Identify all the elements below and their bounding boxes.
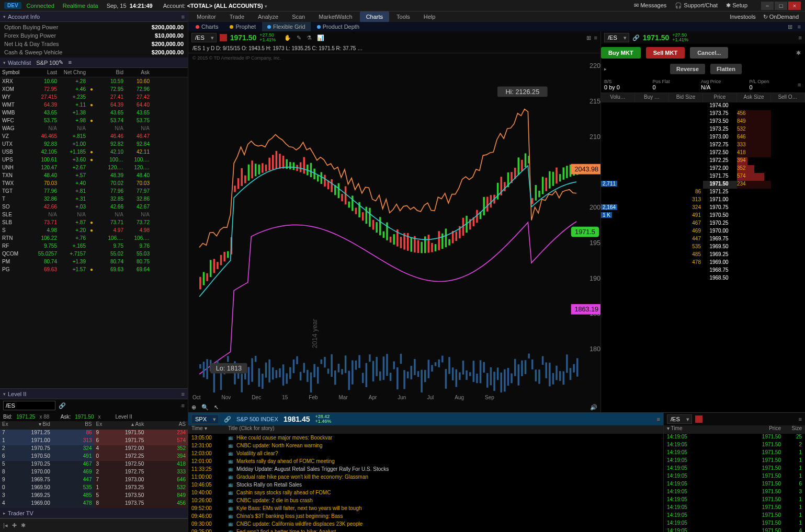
- watchlist-row[interactable]: UPS 100.61 +3.60 ● 100… 100.…: [0, 156, 188, 164]
- l2-bid-row[interactable]: 51970.25467: [0, 461, 94, 469]
- ladder-body[interactable]: 1974.00 1973.75 456 1973.50 849 1973.25 …: [601, 102, 805, 412]
- news-row[interactable]: 11:00:00 📺 Gradual rate hike pace won't …: [188, 473, 663, 481]
- settings-icon[interactable]: ✱: [21, 522, 26, 529]
- ladder-row[interactable]: 535 1969.50: [601, 244, 805, 251]
- ladder-row[interactable]: 86 1971.25: [601, 189, 805, 196]
- ladder-row[interactable]: 2,711 1971.50 234: [601, 181, 805, 189]
- l2-bid-row[interactable]: 31969.25485: [0, 492, 94, 500]
- level2-symbol-input[interactable]: [3, 401, 55, 410]
- watchlist-row[interactable]: RTN 106.22 +.76 106.… 106.…: [0, 234, 188, 242]
- ladder-row[interactable]: 313 1971.00: [601, 196, 805, 204]
- l2-ask-row[interactable]: 91971.50234: [94, 430, 188, 437]
- watchlist-row[interactable]: UNH 120.47 +2.67 120.… 120.…: [0, 164, 188, 171]
- l2-ask-row[interactable]: 71973.00646: [94, 477, 188, 484]
- watchlist-row[interactable]: WMT 64.39 +.11 ● 64.39 64.40: [0, 101, 188, 109]
- target-icon[interactable]: ⊕: [191, 404, 196, 411]
- ladder-row[interactable]: 1974.00: [601, 102, 805, 110]
- trade-symbol-select[interactable]: /ES: [604, 33, 629, 42]
- ladder-row[interactable]: 447 1969.75: [601, 236, 805, 244]
- record-icon[interactable]: [695, 415, 702, 423]
- l2-ask-row[interactable]: 01972.25394: [94, 453, 188, 461]
- ladder-row[interactable]: 1973.50 849: [601, 118, 805, 126]
- ladder-row[interactable]: 1968.50: [601, 275, 805, 283]
- tab-marketwatch[interactable]: MarketWatch: [312, 11, 358, 22]
- watchlist-row[interactable]: PM 80.74 +1.39 80.74 80.75: [0, 258, 188, 265]
- news-row[interactable]: 09:52:00 📺 Kyle Bass: EMs will falter, n…: [188, 504, 663, 512]
- flatten-button[interactable]: Flatten: [710, 64, 742, 74]
- ladder-row[interactable]: 478 1969.00: [601, 259, 805, 267]
- menu-icon[interactable]: ≡: [799, 416, 802, 422]
- ladder-row[interactable]: 1973.75 456: [601, 110, 805, 118]
- watchlist-row[interactable]: TWX 70.03 +.40 70.02 70.03: [0, 179, 188, 187]
- l2-bid-row[interactable]: 01969.50535: [0, 484, 94, 492]
- l2-bid-row[interactable]: 81970.00469: [0, 469, 94, 477]
- news-row[interactable]: 10:26:00 📺 CNBC update: 2 die in bus cra…: [188, 496, 663, 504]
- ladder-row[interactable]: 469 1970.00: [601, 228, 805, 236]
- level2-header[interactable]: ▾Level II ≡: [0, 389, 188, 399]
- ladder-row[interactable]: 1972.25 394: [601, 157, 805, 165]
- l2-ask-row[interactable]: 51973.50849: [94, 492, 188, 500]
- chart-symbol-select[interactable]: /ES: [191, 33, 217, 42]
- link-icon[interactable]: 🔗: [632, 34, 640, 41]
- subtab-prophet[interactable]: Prophet: [224, 22, 261, 31]
- audio-icon[interactable]: 🔊: [590, 404, 597, 411]
- flask-icon[interactable]: ⚗: [307, 34, 312, 41]
- ladder-row[interactable]: 1972.00 352: [601, 165, 805, 173]
- watchlist-row[interactable]: T 32.86 +.31 32.85 32.86: [0, 195, 188, 203]
- watchlist-row[interactable]: TXN 48.40 +.57 48.39 48.40: [0, 171, 188, 179]
- menu-icon[interactable]: ≡: [594, 34, 597, 41]
- ladder-row[interactable]: 485 1969.25: [601, 251, 805, 259]
- l2-ask-row[interactable]: 61971.75574: [94, 437, 188, 445]
- gear-icon[interactable]: ✎ ≡: [59, 59, 72, 66]
- support-link[interactable]: 🎧 Support/Chat: [675, 2, 718, 9]
- watchlist-row[interactable]: RF 9.755 +.165 9.75 9.76: [0, 242, 188, 250]
- l2-bid-row[interactable]: 61970.50491: [0, 453, 94, 461]
- watchlist-row[interactable]: QCOM 55.0257 +.7157 55.02 55.03: [0, 250, 188, 258]
- watchlist-row[interactable]: UTX 92.83 +1.00 92.82 92.84: [0, 140, 188, 148]
- ondemand-link[interactable]: ↻ OnDemand: [763, 14, 799, 20]
- reverse-button[interactable]: Reverse: [670, 64, 705, 74]
- settings-icon[interactable]: ✱: [796, 50, 801, 56]
- subtab-flexible-grid[interactable]: Flexible Grid: [262, 22, 311, 31]
- watchlist-header[interactable]: ▾ Watchlist S&P 100 ✎ ≡: [0, 57, 188, 68]
- ladder-row[interactable]: 1971.75 574: [601, 173, 805, 181]
- menu-icon[interactable]: ≡: [799, 34, 802, 41]
- ladder-row[interactable]: 1972.50 418: [601, 149, 805, 157]
- watchlist-row[interactable]: TGT 77.96 +.81 77.96 77.97: [0, 187, 188, 195]
- record-icon[interactable]: [220, 34, 227, 41]
- ladder-row[interactable]: 2,164 324 1970.75: [601, 204, 805, 212]
- cursor-icon[interactable]: ↖: [214, 404, 219, 411]
- ladder-row[interactable]: 1972.75 333: [601, 142, 805, 149]
- watchlist-row[interactable]: XRX 10.60 +.28 10.59 10.60: [0, 77, 188, 85]
- pencil-icon[interactable]: ✎: [297, 34, 301, 41]
- watchlist-row[interactable]: S 4.98 +.20 ● 4.97 4.98: [0, 226, 188, 234]
- investools-link[interactable]: Investools: [730, 14, 756, 20]
- tab-charts[interactable]: Charts: [360, 11, 389, 22]
- subtab-charts[interactable]: Charts: [190, 22, 223, 31]
- setup-link[interactable]: ✱ Setup: [726, 2, 747, 9]
- news-row[interactable]: 09:46:00 📺 China's $3T banking loss just…: [188, 512, 663, 520]
- news-row[interactable]: 12:01:00 📺 Markets rally day ahead of FO…: [188, 457, 663, 465]
- grid-icon[interactable]: ⊞: [788, 24, 792, 30]
- watchlist-row[interactable]: SO 42.66 +.03 42.66 42.67: [0, 203, 188, 211]
- add-icon[interactable]: ✚: [12, 522, 17, 529]
- link-icon[interactable]: 🔗: [59, 402, 66, 409]
- gear-icon[interactable]: ≡: [182, 14, 185, 20]
- link-icon[interactable]: 🔗: [224, 416, 231, 423]
- watchlist-body[interactable]: XRX 10.60 +.28 10.59 10.60 XOM 72.95 +.4…: [0, 77, 188, 388]
- news-row[interactable]: 10:40:00 📺 Cashin says stocks rally ahea…: [188, 489, 663, 496]
- cancel-button[interactable]: Cancel...: [690, 47, 728, 59]
- ladder-row[interactable]: 1973.00 646: [601, 134, 805, 142]
- ladder-row[interactable]: 1973.25 532: [601, 126, 805, 134]
- watchlist-row[interactable]: SLE N/A N/A N/A N/A: [0, 211, 188, 218]
- news-row[interactable]: 12:03:00 📺 Volatility all clear?: [188, 449, 663, 457]
- watchlist-row[interactable]: WAG N/A N/A N/A N/A: [0, 124, 188, 132]
- l2-ask-row[interactable]: 11973.25532: [94, 484, 188, 492]
- news-row[interactable]: 09:25:00 📺 Fed won't find a better time …: [188, 528, 663, 532]
- ladder-row[interactable]: 1 K 491 1970.50: [601, 212, 805, 220]
- news-row[interactable]: 13:05:00 📺 Hike could cause major moves:…: [188, 434, 663, 442]
- tab-help[interactable]: Help: [417, 11, 442, 22]
- tab-trade[interactable]: Trade: [223, 11, 251, 22]
- watchlist-row[interactable]: SLB 73.71 +.87 ● 73.71 73.72: [0, 218, 188, 226]
- ts-symbol-select[interactable]: /ES: [667, 414, 692, 424]
